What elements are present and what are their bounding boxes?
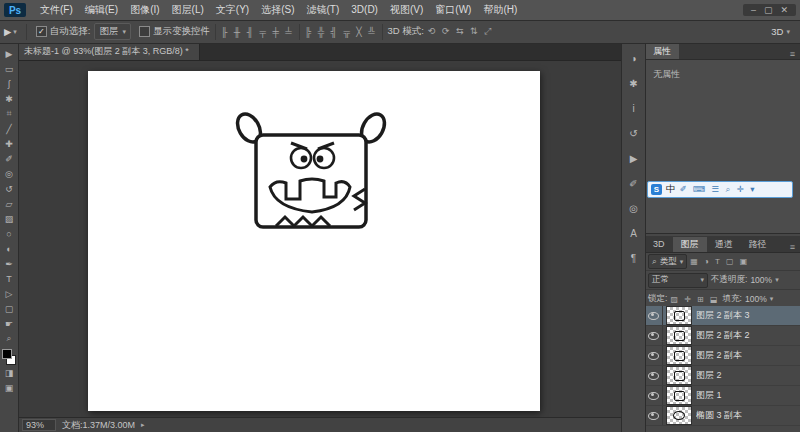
layer-thumbnail[interactable] (666, 346, 692, 365)
layer-thumbnail[interactable] (666, 366, 692, 385)
menu-item-3d[interactable]: 3D(D) (345, 0, 384, 20)
dodge-tool[interactable]: ◐ (1, 241, 17, 256)
menu-item-edit[interactable]: 编辑(E) (79, 0, 124, 20)
zoom-tool[interactable]: ⌕ (1, 331, 17, 346)
layer-thumbnail[interactable] (666, 406, 692, 425)
lock-icons[interactable]: ▨ ✛ ⊞ ⬓ (670, 295, 719, 304)
menu-item-view[interactable]: 视图(V) (384, 0, 429, 20)
layer-filter-kind-dropdown[interactable]: ⌕ 类型 ▾ (648, 254, 687, 269)
history-brush-tool[interactable]: ↺ (1, 181, 17, 196)
layer-row[interactable]: 图层 2 副本 2 (645, 326, 800, 346)
adjustments-panel-icon[interactable]: ◑ (630, 53, 636, 64)
paragraph-panel-icon[interactable]: ¶ (631, 253, 636, 264)
ime-language-mode-button[interactable]: 中 (666, 183, 676, 196)
styles-panel-icon[interactable]: ✱ (629, 78, 637, 89)
type-tool[interactable]: T (1, 271, 17, 286)
visibility-toggle[interactable] (645, 346, 663, 365)
history-panel-icon[interactable]: ↺ (629, 128, 637, 139)
3d-mode-icons[interactable]: ⟲ ⟳ ⇆ ⇅ ⤢ (428, 26, 493, 37)
canvas[interactable] (88, 71, 540, 411)
menu-item-window[interactable]: 窗口(W) (429, 0, 477, 20)
layer-row[interactable]: 图层 2 副本 (645, 346, 800, 366)
menu-item-file[interactable]: 文件(F) (34, 0, 79, 20)
tab-properties[interactable]: 属性 (645, 44, 679, 59)
info-panel-icon[interactable]: i (632, 103, 634, 114)
lasso-tool[interactable]: ʃ (1, 76, 17, 91)
tab-paths[interactable]: 路径 (741, 237, 775, 252)
foreground-color-swatch[interactable] (2, 349, 12, 359)
layer-row[interactable]: 椭圆 3 副本 (645, 406, 800, 426)
blend-mode-dropdown[interactable]: 正常 ▾ (648, 273, 708, 288)
canvas-viewport[interactable] (18, 61, 621, 418)
menu-item-select[interactable]: 选择(S) (255, 0, 300, 20)
tab-3d[interactable]: 3D (645, 237, 673, 252)
fill-value[interactable]: 100% (745, 294, 767, 304)
menu-item-layer[interactable]: 图层(L) (166, 0, 210, 20)
visibility-toggle[interactable] (645, 386, 663, 405)
panel-menu-icon[interactable]: ≡ (790, 242, 800, 252)
menu-item-filter[interactable]: 滤镜(T) (301, 0, 346, 20)
panel-menu-icon[interactable]: ≡ (790, 49, 800, 59)
menu-item-image[interactable]: 图像(I) (124, 0, 165, 20)
auto-select-checkbox[interactable]: ✓ (36, 26, 47, 37)
layer-name[interactable]: 图层 2 副本 3 (696, 309, 750, 322)
character-panel-icon[interactable]: A (630, 228, 637, 239)
layer-thumbnail[interactable] (666, 326, 692, 345)
visibility-toggle[interactable] (645, 306, 663, 325)
quick-select-tool[interactable]: ✱ (1, 91, 17, 106)
status-options-arrow-icon[interactable]: ▸ (141, 421, 145, 429)
path-select-tool[interactable]: ▷ (1, 286, 17, 301)
layer-row[interactable]: 图层 2 副本 3 (645, 306, 800, 326)
visibility-toggle[interactable] (645, 326, 663, 345)
ime-logo-icon[interactable]: S (651, 184, 662, 195)
crop-tool[interactable]: ⌗ (1, 106, 17, 121)
tab-channels[interactable]: 通道 (707, 237, 741, 252)
eraser-tool[interactable]: ▱ (1, 196, 17, 211)
pen-tool[interactable]: ✒ (1, 256, 17, 271)
document-tab[interactable]: 未标题-1 @ 93%(图层 2 副本 3, RGB/8) * (18, 43, 200, 60)
marquee-tool[interactable]: ▭ (1, 61, 17, 76)
tab-layers[interactable]: 图层 (673, 237, 707, 252)
auto-select-target-dropdown[interactable]: 图层 ▾ (94, 23, 131, 40)
layer-row[interactable]: 图层 2 (645, 366, 800, 386)
layer-name[interactable]: 图层 1 (696, 389, 722, 402)
clone-source-panel-icon[interactable]: ◎ (629, 203, 638, 214)
layer-name[interactable]: 椭圆 3 副本 (696, 409, 742, 422)
zoom-level-field[interactable]: 93% (22, 419, 56, 431)
clone-stamp-tool[interactable]: ◎ (1, 166, 17, 181)
screen-mode-button[interactable]: ▣ (1, 380, 17, 395)
align-icons[interactable]: ╟ ╫ ╢ ╤ ╪ ╧ (221, 27, 294, 37)
visibility-toggle[interactable] (645, 406, 663, 425)
close-button[interactable]: ✕ (780, 5, 788, 15)
opacity-value[interactable]: 100% (750, 275, 772, 285)
eyedropper-tool[interactable]: ╱ (1, 121, 17, 136)
visibility-toggle[interactable] (645, 366, 663, 385)
layer-filter-type-icons[interactable]: ▦ ◑ T ▢ ▣ (690, 257, 749, 266)
color-swatches[interactable] (2, 349, 16, 365)
brush-panel-icon[interactable]: ✐ (629, 178, 637, 189)
layer-thumbnail[interactable] (666, 306, 692, 325)
layer-name[interactable]: 图层 2 副本 (696, 349, 742, 362)
blur-tool[interactable]: ○ (1, 226, 17, 241)
tool-preset-picker[interactable]: ▶ ▾ (0, 26, 21, 37)
move-tool[interactable]: ▶ (1, 46, 17, 61)
minimize-button[interactable]: – (751, 5, 756, 15)
menu-item-type[interactable]: 文字(Y) (210, 0, 255, 20)
gradient-tool[interactable]: ▨ (1, 211, 17, 226)
workspace-switcher[interactable]: 3D ▾ (771, 26, 800, 37)
layer-name[interactable]: 图层 2 (696, 369, 722, 382)
healing-tool[interactable]: ✚ (1, 136, 17, 151)
layer-name[interactable]: 图层 2 副本 2 (696, 329, 750, 342)
show-transform-checkbox[interactable] (139, 26, 150, 37)
menu-item-help[interactable]: 帮助(H) (477, 0, 523, 20)
maximize-button[interactable]: ▢ (764, 5, 773, 15)
actions-panel-icon[interactable]: ▶ (630, 153, 638, 164)
quick-mask-button[interactable]: ◨ (1, 365, 17, 380)
ime-toolbar-icons[interactable]: ✐ ⌨ ☰ ⌕ ✛ ▾ (680, 184, 757, 195)
layer-row[interactable]: 图层 1 (645, 386, 800, 406)
shape-tool[interactable]: ▢ (1, 301, 17, 316)
brush-tool[interactable]: ✐ (1, 151, 17, 166)
distribute-icons[interactable]: ╠ ╬ ╣ ╦ ╳ ╩ (305, 27, 377, 37)
hand-tool[interactable]: ☛ (1, 316, 17, 331)
layer-thumbnail[interactable] (666, 386, 692, 405)
